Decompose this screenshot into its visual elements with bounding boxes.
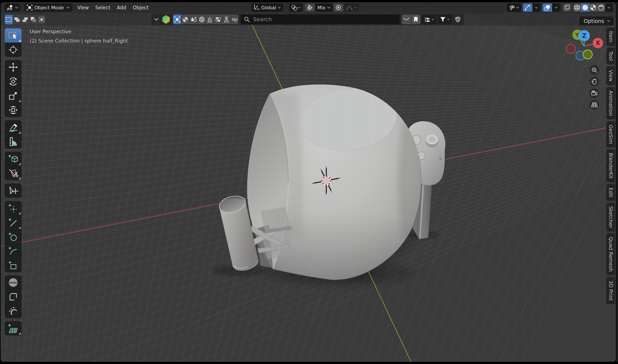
asset-type-material[interactable] [181,14,189,24]
tool-add-sketch-rectangle[interactable] [5,258,22,272]
chevron-down-icon [354,3,359,12]
blenderkit-logo-icon[interactable] [162,15,171,24]
show-gizmo-toggle[interactable] [523,3,532,12]
overlays-dropdown[interactable] [552,3,560,12]
tool-transform[interactable] [5,103,22,117]
asset-type-model[interactable] [173,14,181,24]
asset-type-hdr[interactable] [198,14,206,24]
select-mode-extend[interactable] [13,15,21,25]
pan-hand-button[interactable] [590,77,599,86]
3d-viewport[interactable]: Y X Z Object Mode View Select [1,2,616,362]
chevron-down-icon [66,6,70,9]
asset-type-brush[interactable] [206,14,214,24]
tool-trim-arc[interactable] [5,304,22,318]
window-right-edge [616,2,618,362]
select-mode-intersect[interactable] [38,15,46,25]
sidebar-tab-strip: Item Tool View Animation GeoSim BlenderK… [606,28,615,304]
mode-selector[interactable]: Object Mode [24,3,72,12]
asset-search-field[interactable]: Search [241,14,400,24]
proportional-falloff[interactable] [344,3,359,12]
bk-bookmarks-button[interactable] [411,14,420,24]
options-label: Options [584,18,604,24]
tab-sketcher[interactable]: Sketcher [606,203,615,232]
shading-material-button[interactable] [589,3,597,12]
tool-workplane-none[interactable]: NONE [5,275,22,290]
tool-cursor[interactable] [5,43,22,57]
blenderkit-bar: Search [151,14,464,25]
show-object-types[interactable] [507,3,521,12]
tool-tweak-move[interactable] [5,183,22,198]
tool-trim-cut[interactable] [5,166,22,180]
tab-blenderkit[interactable]: BlenderKit [606,149,615,182]
tool-select-box[interactable] [5,28,22,43]
shading-dropdown[interactable] [605,3,613,12]
tool-move[interactable] [5,60,22,74]
options-button[interactable]: Options [579,16,613,26]
menu-view[interactable]: View [74,3,92,12]
select-mode-new[interactable] [5,15,13,25]
menu-select[interactable]: Select [92,3,114,12]
transform-orientation[interactable]: Global [251,3,283,12]
select-mode-subtract[interactable] [21,15,29,25]
tab-geosim[interactable]: GeoSim [606,121,615,147]
bk-verified-shield-icon[interactable] [455,16,461,23]
tool-rotate[interactable] [5,74,22,89]
tool-measure[interactable] [5,134,22,149]
select-mode-invert[interactable] [29,15,37,25]
show-overlays-toggle[interactable] [542,3,552,12]
tab-tool[interactable]: Tool [606,48,615,65]
tab-3d-print[interactable]: 3D Print [606,277,615,304]
bk-ratings-button[interactable] [402,14,411,24]
gizmo-neg-y[interactable] [583,50,592,59]
tab-quad-remesh[interactable]: Quad Remesh [606,234,615,275]
shading-rendered-button[interactable] [597,3,605,12]
asset-type-addon[interactable] [231,14,238,24]
editor-type-button[interactable] [5,3,20,12]
tool-add-primitive[interactable] [5,152,22,166]
tab-animation[interactable]: Animation [606,87,615,119]
tool-scale[interactable] [5,89,22,103]
asset-type-nodegroup[interactable] [214,14,222,24]
snap-mode-label: Mix [315,3,327,12]
tool-fillet[interactable] [5,290,22,304]
asset-type-scene[interactable] [189,14,197,24]
tab-edit[interactable]: Edit [606,184,615,201]
sidebar-edge[interactable] [615,2,616,362]
chevron-down-icon [297,3,301,12]
tool-group-transform [5,60,22,117]
bk-filter-button[interactable] [438,14,452,24]
tab-view[interactable]: View [606,66,615,85]
bk-categories-button[interactable] [422,14,436,24]
object-mode-icon [26,5,33,11]
gizmo-neg-x[interactable] [566,44,575,53]
asset-type-printable[interactable] [222,14,230,24]
shading-solid-button[interactable] [581,3,589,12]
snap-with[interactable]: Mix [315,3,333,12]
tool-group-add [5,152,22,180]
shading-wireframe-button[interactable] [573,3,581,12]
workplane-none-label: NONE [9,281,17,284]
tool-add-workplane[interactable] [5,321,22,336]
tool-group-tweak [5,183,22,198]
collapse-chevron-icon[interactable] [154,18,159,21]
menu-object[interactable]: Object [130,3,152,12]
toggle-grid-button[interactable] [590,100,599,110]
search-placeholder: Search [253,16,272,23]
zoom-button[interactable] [590,65,599,75]
xray-toggle[interactable] [562,3,572,12]
header-menus: View Select Add Object [74,3,152,12]
menu-add[interactable]: Add [114,3,130,12]
snap-magnet-toggle[interactable] [305,3,315,12]
camera-view-button[interactable] [590,88,599,98]
pivot-point[interactable] [289,3,302,12]
tool-add-sketch-line[interactable] [5,215,22,230]
tab-item[interactable]: Item [606,28,615,46]
tool-add-sketch-arc[interactable] [5,244,22,258]
orientation-global-icon [251,3,260,12]
gizmo-dropdown[interactable] [532,3,540,12]
chevron-down-icon [15,6,19,9]
proportional-edit-toggle[interactable] [334,3,343,12]
tool-add-sketch-circle[interactable] [5,230,22,244]
tool-annotate[interactable] [5,120,22,134]
tool-add-sketch-point[interactable] [5,201,22,215]
